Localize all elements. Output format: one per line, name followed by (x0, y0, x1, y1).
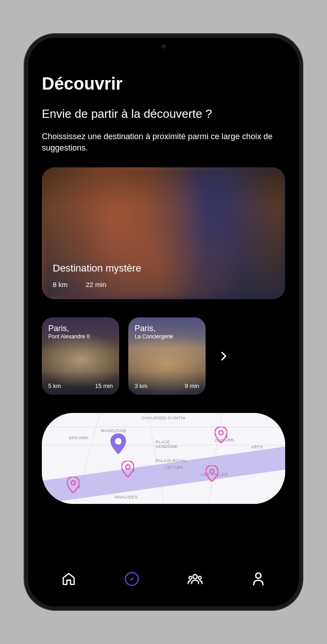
map-pin-icon: + (206, 465, 218, 482)
svg-text:+: + (216, 472, 218, 479)
svg-point-3 (126, 465, 130, 469)
next-cards-button[interactable] (215, 347, 233, 365)
destination-cards-row: Paris, Pont Alexandre II 5 km 15 min Par… (42, 317, 285, 395)
svg-point-10 (193, 574, 197, 579)
nav-discover[interactable] (123, 570, 141, 588)
map-label: 1ST ARR. (165, 465, 185, 470)
card-distance: 5 km (48, 382, 61, 389)
destination-card[interactable]: Paris, La Conciergerie 3 km 9 min (128, 317, 206, 395)
page-title: Découvrir (42, 74, 285, 94)
map-label: ARTS (251, 445, 263, 449)
compass-icon (124, 571, 140, 587)
chevron-right-icon (220, 351, 227, 362)
map-label: MADELEINE (101, 428, 127, 433)
map-label: 8TH ARR. (69, 436, 90, 440)
map-label: PALAIS-ROYAL (156, 458, 187, 463)
svg-point-0 (115, 438, 121, 444)
hero-duration: 22 min (86, 281, 106, 288)
hero-title: Destination mystère (53, 262, 141, 274)
card-city: Paris, (48, 324, 90, 333)
card-duration: 15 min (95, 382, 113, 389)
card-place: La Conciergerie (135, 333, 173, 340)
card-city: Paris, (135, 324, 173, 333)
map-pin-icon: + (67, 477, 80, 493)
svg-point-1 (71, 481, 75, 485)
svg-point-13 (256, 573, 261, 579)
map-label: PLACEVENDÔME (156, 440, 178, 449)
phone-frame: Découvrir Envie de partir à la découvert… (28, 38, 299, 606)
home-icon (61, 572, 76, 586)
nav-home[interactable] (60, 570, 78, 588)
nav-groups[interactable] (186, 570, 204, 588)
destination-card[interactable]: Paris, Pont Alexandre II 5 km 15 min (42, 317, 119, 395)
phone-notch (125, 38, 202, 51)
map-pin-icon: + (215, 427, 227, 443)
svg-text:+: + (225, 433, 227, 440)
nav-profile[interactable] (249, 570, 267, 588)
page-description: Choississez une destination à proximité … (42, 131, 285, 154)
map-pin-icon: + (121, 461, 134, 477)
card-duration: 9 min (185, 382, 199, 389)
svg-text:+: + (77, 483, 80, 490)
person-icon (252, 572, 265, 586)
svg-point-12 (198, 576, 201, 579)
app-screen: Découvrir Envie de partir à la découvert… (28, 38, 299, 606)
people-icon (187, 572, 203, 586)
map-label: CHAUSSÉE-D'ANTIN (142, 416, 186, 420)
hero-distance: 8 km (53, 281, 68, 288)
svg-text:+: + (132, 468, 134, 474)
svg-point-11 (189, 576, 191, 579)
map-preview[interactable]: CHAUSSÉE-D'ANTIN MADELEINE 8TH ARR. PLAC… (42, 413, 285, 504)
map-pin-main-icon (110, 433, 126, 454)
card-place: Pont Alexandre II (48, 333, 90, 340)
card-distance: 3 km (135, 382, 147, 389)
bottom-nav (28, 561, 299, 606)
svg-point-7 (210, 469, 214, 473)
map-label: INVALIDES (115, 495, 138, 499)
svg-point-5 (219, 431, 223, 435)
hero-destination-card[interactable]: Destination mystère 8 km 22 min (42, 167, 285, 299)
page-subtitle: Envie de partir à la découverte ? (42, 106, 285, 122)
